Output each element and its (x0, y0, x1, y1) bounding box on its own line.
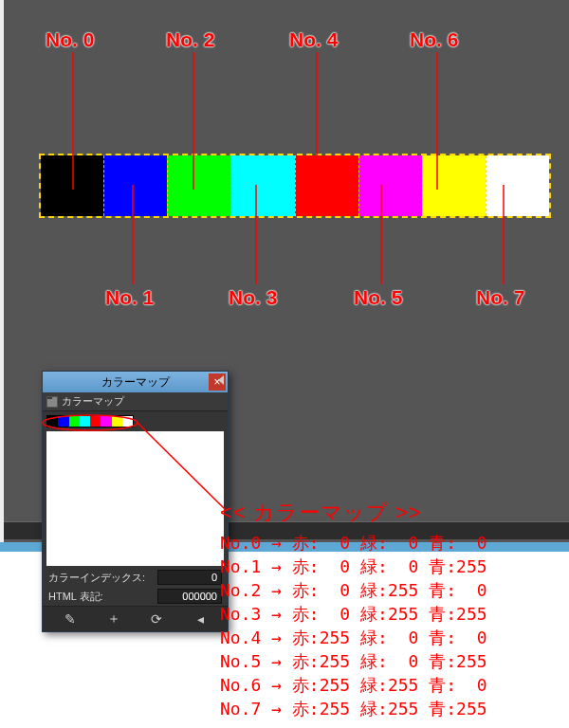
swatch-3[interactable] (230, 155, 294, 216)
color-index-value[interactable]: 0 (157, 570, 222, 585)
swatch-1[interactable] (103, 155, 167, 216)
html-notation-label: HTML 表記: (48, 590, 152, 604)
color-index-label: カラーインデックス: (48, 571, 152, 585)
mini-swatch-5[interactable] (101, 416, 111, 427)
label-no2: No. 2 (166, 28, 214, 51)
label-no4: No. 4 (289, 28, 338, 51)
dialog-toolbar: ✎ ＋ ⟳ ◂ (43, 606, 228, 631)
edit-icon[interactable]: ✎ (62, 610, 79, 628)
ruler-vertical (0, 0, 4, 542)
mini-swatch-7[interactable] (122, 416, 133, 427)
label-no6: No. 6 (410, 28, 458, 51)
palette-strip[interactable] (41, 155, 549, 216)
mini-swatch-2[interactable] (69, 416, 80, 427)
mini-swatch-4[interactable] (90, 416, 101, 427)
dialog-title-text: カラーマップ (101, 375, 170, 389)
menu-triangle-icon[interactable] (218, 375, 224, 385)
mini-swatch-0[interactable] (47, 416, 58, 427)
swatch-7[interactable] (486, 155, 549, 216)
annotation-title: << カラーマップ >> (220, 499, 422, 527)
sub-header-label: カラーマップ (62, 394, 124, 409)
menu-triangle-icon-2[interactable]: ◂ (192, 610, 209, 628)
mini-swatch-1[interactable] (58, 416, 68, 427)
mini-swatch-strip[interactable] (46, 415, 134, 428)
swatch-6[interactable] (422, 155, 486, 216)
label-no7: No. 7 (476, 286, 524, 309)
label-no5: No. 5 (354, 286, 402, 309)
colormap-dialog[interactable]: カラーマップ × カラーマップ カラーインデックス: 0 HTML 表記: 00… (42, 371, 229, 632)
mini-swatch-6[interactable] (112, 416, 122, 427)
mini-swatch-3[interactable] (80, 416, 90, 427)
swatch-2[interactable] (167, 155, 230, 216)
dialog-titlebar[interactable]: カラーマップ × (43, 372, 228, 392)
add-icon[interactable]: ＋ (105, 610, 122, 628)
grid-icon (46, 396, 58, 408)
swatch-4[interactable] (295, 155, 358, 216)
label-no3: No. 3 (229, 286, 277, 309)
dialog-sub-header: カラーマップ (43, 392, 228, 411)
palette-empty-area[interactable] (46, 431, 224, 566)
label-no1: No. 1 (105, 286, 154, 309)
refresh-icon[interactable]: ⟳ (148, 610, 165, 628)
label-no0: No. 0 (46, 28, 94, 51)
html-notation-value[interactable]: 000000 (157, 589, 222, 604)
swatch-0[interactable] (41, 155, 103, 216)
rgb-table: No.0 → 赤: 0 緑: 0 青: 0 No.1 → 赤: 0 緑: 0 青… (220, 531, 487, 720)
swatch-5[interactable] (358, 155, 422, 216)
